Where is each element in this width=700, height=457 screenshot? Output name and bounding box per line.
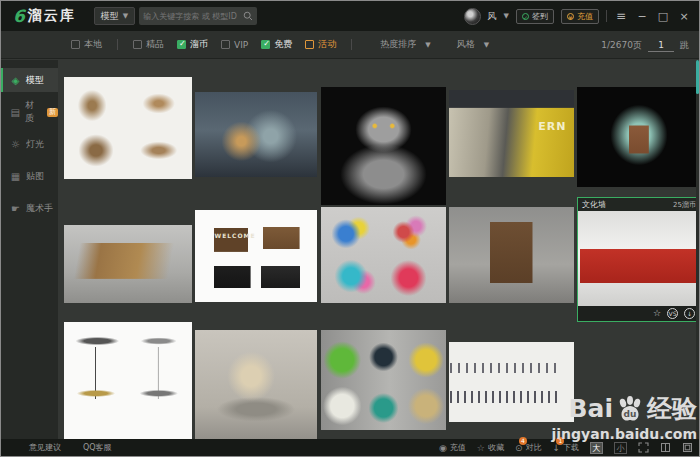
tile-actions: ☆VS↓ <box>578 306 700 321</box>
sidebar-item-label: 模型 <box>26 74 44 87</box>
favorite-icon[interactable]: ☆ <box>653 308 661 319</box>
tile-thumbnail <box>195 330 317 440</box>
search-icon[interactable] <box>243 11 253 21</box>
menu-icon[interactable]: ≡ <box>614 9 628 23</box>
tile-thumbnail <box>195 92 317 177</box>
page-jump-button[interactable]: 跳 <box>680 39 689 52</box>
tile-thumbnail <box>577 87 700 187</box>
model-tile-culture[interactable]: 文化墙25溜币☆VS↓ <box>577 197 700 322</box>
statusbar-right: ◉ 充值 ☆ 收藏 ⊙ 4 对比 ↓ 1 下载 大 小 <box>439 442 693 454</box>
tile-thumbnail <box>64 77 192 179</box>
coin-icon: ¥ <box>567 13 574 20</box>
model-tile-zen[interactable] <box>195 330 317 440</box>
tile-image-text: ERN <box>538 120 566 133</box>
search-box <box>139 7 257 25</box>
tile-thumbnail <box>321 207 446 303</box>
statusbar-left: 意见建议 QQ客服 <box>29 442 112 453</box>
calendar-icon: ✓ <box>522 13 529 20</box>
sidebar-item-material[interactable]: ▤材质新 <box>1 100 58 124</box>
user-avatar[interactable] <box>464 8 481 25</box>
tile-thumbnail <box>321 330 446 430</box>
model-tile-kids[interactable] <box>321 207 446 303</box>
model-tile-office[interactable]: ERN <box>449 90 574 177</box>
model-tile-signs[interactable] <box>321 330 446 430</box>
tile-info-bar: 文化墙25溜币 <box>578 198 700 211</box>
model-tile-people[interactable] <box>449 342 574 422</box>
model-tile-cat[interactable] <box>321 87 446 205</box>
category-dropdown[interactable]: 模型 ▼ <box>94 7 135 25</box>
filter-activity[interactable]: 活动 <box>305 38 336 51</box>
model-tile-shop[interactable] <box>195 92 317 177</box>
page-input[interactable] <box>648 39 674 52</box>
model-tile-cabinet[interactable] <box>449 207 574 303</box>
sidebar-item-magic-hand[interactable]: ☛魔术手 <box>1 196 58 220</box>
image-icon: ▦ <box>10 171 21 182</box>
download-icon[interactable]: ↓ <box>684 308 695 319</box>
username-menu[interactable]: 风 ▼ <box>488 10 509 23</box>
close-button[interactable]: × <box>677 10 691 23</box>
compare-label: 对比 <box>525 442 541 453</box>
model-tile-tables[interactable] <box>64 322 192 441</box>
recharge-button[interactable]: ¥ 充值 <box>561 9 599 24</box>
scrollbar-thumb[interactable] <box>696 60 699 94</box>
sidebar-item-label: 魔术手 <box>26 202 53 215</box>
model-tile-arch[interactable] <box>577 87 700 187</box>
compare-vs-icon[interactable]: VS <box>667 308 678 319</box>
model-tile-pergola[interactable] <box>64 225 192 303</box>
feedback-link[interactable]: 意见建议 <box>29 442 61 453</box>
size-small-button[interactable]: 小 <box>614 442 627 454</box>
titlebar: 6 溜云库 模型 ▼ 风 ▼ ✓ 签到 ¥ 充值 ≡ <box>1 1 699 31</box>
scrollbar[interactable] <box>696 60 699 441</box>
model-tile-welcome[interactable]: WELCOME <box>195 210 317 302</box>
tile-thumbnail <box>64 225 192 303</box>
filter-coin[interactable]: 溜币 <box>177 38 208 51</box>
grid-view-icon[interactable] <box>682 442 693 453</box>
tile-title: 文化墙 <box>582 199 606 210</box>
single-panel-view-icon[interactable] <box>660 442 671 453</box>
logo-icon: 6 <box>13 6 25 26</box>
tile-thumbnail <box>578 211 700 306</box>
sort-dropdown[interactable]: 热度排序 ▼ <box>380 38 430 51</box>
qq-support-link[interactable]: QQ客服 <box>83 442 112 453</box>
app-logo: 6 溜云库 <box>13 6 76 26</box>
chevron-down-icon: ▼ <box>484 41 489 49</box>
model-grid: ERNWELCOME文化墙25溜币☆VS↓ <box>58 60 698 441</box>
sidebar-item-map[interactable]: ▦贴图 <box>1 164 58 188</box>
checkin-button[interactable]: ✓ 签到 <box>516 9 554 24</box>
filter-boutique[interactable]: 精品 <box>133 38 164 51</box>
tile-thumbnail <box>449 342 574 422</box>
filter-free[interactable]: 免费 <box>261 38 292 51</box>
size-large-button[interactable]: 大 <box>590 442 603 454</box>
tile-thumbnail <box>449 207 574 303</box>
bulb-icon: ☼ <box>10 139 21 150</box>
divider <box>351 39 352 50</box>
sidebar-item-model[interactable]: ◈模型 <box>1 68 58 92</box>
filter-label: 本地 <box>84 38 102 51</box>
chevron-down-icon: ▼ <box>504 12 509 20</box>
coin-icon: ◉ <box>439 443 447 453</box>
fullscreen-icon[interactable] <box>638 442 649 453</box>
minimize-button[interactable]: ─ <box>635 10 649 23</box>
compare-badge: 4 <box>519 437 527 445</box>
search-input[interactable] <box>143 12 243 21</box>
filter-label: 精品 <box>146 38 164 51</box>
recharge-label: 充值 <box>577 11 593 22</box>
filter-vip[interactable]: VIP <box>221 40 248 50</box>
tile-image-text: WELCOME <box>215 232 256 239</box>
filter-local[interactable]: 本地 <box>71 38 102 51</box>
sidebar-item-light[interactable]: ☼灯光 <box>1 132 58 156</box>
recharge-tool[interactable]: ◉ 充值 <box>439 442 466 453</box>
tile-thumbnail <box>64 322 192 441</box>
cube-icon: ◈ <box>10 75 21 86</box>
filter-group: 本地精品溜币VIP免费活动 <box>71 38 354 51</box>
style-dropdown[interactable]: 风格 ▼ <box>457 38 489 51</box>
compare-tool[interactable]: ⊙ 4 对比 <box>515 442 542 453</box>
app-window: 6 溜云库 模型 ▼ 风 ▼ ✓ 签到 ¥ 充值 ≡ <box>0 0 700 457</box>
maximize-button[interactable]: □ <box>656 10 670 23</box>
model-tile-wallart[interactable] <box>64 77 192 179</box>
download-tool[interactable]: ↓ 1 下载 <box>552 442 579 453</box>
sidebar: ◈模型▤材质新☼灯光▦贴图☛魔术手 <box>1 60 58 441</box>
checkbox-icon <box>71 40 80 49</box>
favorites-tool[interactable]: ☆ 收藏 <box>477 442 504 453</box>
filter-label: 活动 <box>318 38 336 51</box>
